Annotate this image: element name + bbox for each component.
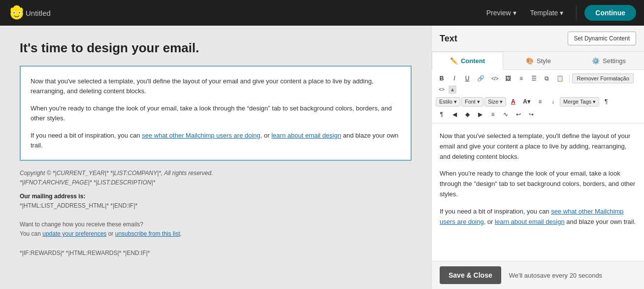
link-button[interactable]: 🔗 xyxy=(474,73,487,84)
topnav-right: Preview ▾ Template ▾ Continue xyxy=(482,5,636,21)
unsubscribe-link[interactable]: unsubscribe from this list xyxy=(115,230,180,237)
chevron-down-icon: ▾ xyxy=(477,99,480,105)
svg-point-5 xyxy=(13,5,20,12)
continue-button[interactable]: Continue xyxy=(584,5,636,21)
redo-button[interactable]: ↪ xyxy=(525,109,537,120)
tab-settings[interactable]: ⚙️ Settings xyxy=(574,52,644,70)
copy-button[interactable]: ⧉ xyxy=(541,73,552,84)
font-color-button[interactable]: A xyxy=(507,96,519,107)
align-button[interactable]: ≡ xyxy=(534,96,546,107)
editor-para-3: If you need a bit of inspiration, you ca… xyxy=(440,207,636,227)
topnav: Untitled Preview ▾ Template ▾ Continue xyxy=(0,0,644,26)
special-char-button[interactable]: ∿ xyxy=(500,109,512,120)
content-tab-icon: ✏️ xyxy=(450,57,458,65)
chevron-down-icon: ▾ xyxy=(513,9,516,17)
toolbar-row-2: Estilo ▾ Font ▾ Size ▾ A A▾ ≡ ↓ xyxy=(436,96,640,107)
right-panel: Text Set Dynamic Content ✏️ Content 🎨 St… xyxy=(431,26,644,289)
template-button[interactable]: Template ▾ xyxy=(525,6,569,20)
panel-tabs: ✏️ Content 🎨 Style ⚙️ Settings xyxy=(432,52,644,70)
change-preferences: Want to change how you receive these ema… xyxy=(20,220,412,239)
size-dropdown[interactable]: Size ▾ xyxy=(484,97,506,107)
unordered-list-button[interactable]: ☰ xyxy=(528,73,540,84)
justify-button[interactable]: ≡ xyxy=(487,109,499,120)
editor-toolbar: B I U 🔗 </> 🖼 ≡ ☰ ⧉ 📋 Remover Formatação… xyxy=(432,70,644,123)
autosave-text: We'll autosave every 20 seconds xyxy=(509,272,602,279)
align-right-button[interactable]: ▶ xyxy=(474,109,486,120)
editor-link-2[interactable]: learn about email design xyxy=(495,218,565,225)
toolbar-row-1: B I U 🔗 </> 🖼 ≡ ☰ ⧉ 📋 Remover Formatação… xyxy=(436,73,640,94)
svg-point-4 xyxy=(19,12,20,14)
svg-point-6 xyxy=(10,7,14,13)
save-close-button[interactable]: Save & Close xyxy=(440,266,501,284)
bold-button[interactable]: B xyxy=(436,73,448,84)
highlight-button[interactable]: A▾ xyxy=(520,96,533,107)
svg-point-3 xyxy=(13,12,15,14)
footer-section: Copyright © *|CURRENT_YEAR|* *|LIST:COMP… xyxy=(20,169,412,258)
right-panel-header: Text Set Dynamic Content xyxy=(432,26,644,52)
panel-title: Text xyxy=(440,34,457,44)
set-dynamic-content-button[interactable]: Set Dynamic Content xyxy=(568,32,636,45)
nav-divider xyxy=(576,5,577,20)
settings-tab-icon: ⚙️ xyxy=(592,57,600,65)
see-what-others-link[interactable]: see what other Mailchimp users are doing xyxy=(142,132,260,139)
chevron-down-icon: ▾ xyxy=(560,9,563,17)
paragraph-button[interactable]: ¶ xyxy=(436,109,448,120)
chevron-down-icon: ▾ xyxy=(500,99,503,105)
mailchimp-logo xyxy=(8,4,26,22)
editor-para-2: When you're ready to change the look of … xyxy=(440,169,636,199)
editor-para-1: Now that you've selected a template, you… xyxy=(440,131,636,162)
pilcrow-button[interactable]: ¶ xyxy=(600,96,612,107)
rewards-block: *|IF:REWARDS|* *|HTML:REWARDS|* *|END:IF… xyxy=(20,249,412,258)
preview-button[interactable]: Preview ▾ xyxy=(482,6,521,20)
align-center-button[interactable]: ◆ xyxy=(461,109,473,120)
font-dropdown[interactable]: Font ▾ xyxy=(461,97,483,107)
indent-button[interactable]: ↓ xyxy=(547,96,559,107)
email-para-1: Now that you've selected a template, you… xyxy=(31,76,401,96)
align-left-button[interactable]: ◀ xyxy=(449,109,460,120)
merge-tags-dropdown[interactable]: Merge Tags ▾ xyxy=(560,97,599,107)
email-preview-box: Now that you've selected a template, you… xyxy=(20,66,412,161)
bottom-bar: Save & Close We'll autosave every 20 sec… xyxy=(432,261,644,289)
main-content: It's time to design your email. Now that… xyxy=(0,26,644,289)
document-title: Untitled xyxy=(26,9,482,17)
tab-content[interactable]: ✏️ Content xyxy=(432,52,503,70)
toolbar-row-3: ¶ ◀ ◆ ▶ ≡ ∿ ↩ ↪ xyxy=(436,109,640,120)
source-button[interactable]: <> xyxy=(436,85,448,94)
undo-button[interactable]: ↩ xyxy=(513,109,524,120)
underline-button[interactable]: U xyxy=(461,73,473,84)
scroll-up-button[interactable]: ▲ xyxy=(449,85,456,94)
learn-email-design-link[interactable]: learn about email design xyxy=(271,132,341,139)
toolbar-separator xyxy=(569,74,570,83)
svg-point-7 xyxy=(19,7,23,13)
image-button[interactable]: 🖼 xyxy=(502,73,514,84)
code-button[interactable]: </> xyxy=(488,74,501,83)
left-panel: It's time to design your email. Now that… xyxy=(0,26,431,289)
style-tab-icon: 🎨 xyxy=(526,57,534,65)
chevron-down-icon: ▾ xyxy=(454,99,457,105)
paste-button[interactable]: 📋 xyxy=(553,73,567,84)
remove-format-button[interactable]: Remover Formatação xyxy=(572,73,633,83)
ordered-list-button[interactable]: ≡ xyxy=(515,73,527,84)
italic-button[interactable]: I xyxy=(449,73,460,84)
chevron-down-icon: ▾ xyxy=(593,99,596,105)
tab-style[interactable]: 🎨 Style xyxy=(503,52,574,70)
email-para-3: If you need a bit of inspiration, you ca… xyxy=(31,131,401,150)
copyright-text: Copyright © *|CURRENT_YEAR|* *|LIST:COMP… xyxy=(20,169,412,187)
editor-content[interactable]: Now that you've selected a template, you… xyxy=(432,123,644,261)
estilo-dropdown[interactable]: Estilo ▾ xyxy=(436,97,460,107)
page-heading: It's time to design your email. xyxy=(20,40,412,56)
email-para-2: When you're ready to change the look of … xyxy=(31,104,401,123)
mailing-address: Our mailing address is: *|HTML:LIST_ADDR… xyxy=(20,192,412,211)
update-preferences-link[interactable]: update your preferences xyxy=(42,230,106,237)
